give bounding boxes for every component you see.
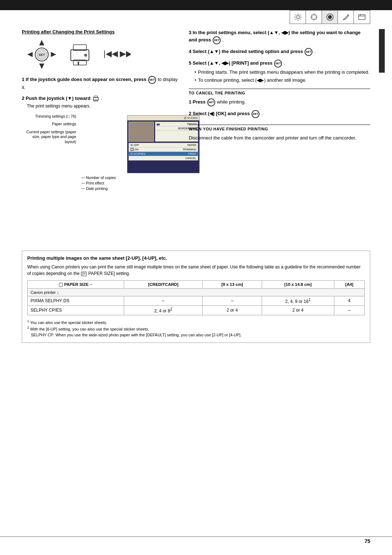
step-2: 2 Push the joystick (▼) toward . The pri… [22, 95, 178, 110]
cancel-box-title: To Cancel the Printing [189, 89, 370, 96]
ann-labels-left: Trimming settings (□ 76) Paper settings … [22, 113, 80, 192]
paper-icon-small [59, 283, 63, 287]
svg-marker-22 [27, 52, 33, 57]
cancel-step-1: 1 Press SET while printing. [189, 98, 370, 106]
when-title-text: When You Have Finished Printing [189, 127, 268, 131]
paper-size-icon [82, 271, 87, 276]
screen-wrapper: 🖨 8×13cm 📷PHOTO BORDERLESS [80, 113, 200, 192]
table-header-5: [A4] [334, 281, 364, 289]
section-heading: Printing after Changing the Print Settin… [22, 29, 178, 35]
row2-sup2: 2 [170, 307, 172, 311]
svg-marker-21 [39, 64, 44, 69]
footnote-1: 1 You can also use the special sticker s… [27, 319, 365, 325]
table-subheader: Canon printer ↓ [28, 288, 365, 296]
bottom-intro-text2: PAPER SIZE] setting. [87, 271, 130, 276]
printer-inline-icon [93, 95, 99, 102]
ann-trimming: Trimming settings (□ 76) [22, 114, 80, 119]
row1-a4: 4 [334, 296, 364, 305]
icon-bar-item-2[interactable] [306, 11, 322, 24]
svg-text:▶▶|: ▶▶| [120, 49, 131, 58]
step-3-end: . [222, 37, 224, 42]
top-bar [0, 0, 392, 10]
cancel-box: To Cancel the Printing 1 Press SET while… [189, 89, 370, 118]
menu-thumbnail [128, 122, 154, 142]
svg-text:⬆: ⬆ [76, 61, 81, 66]
cancel-step-2: 2 Select (◀) [OK] and press SET . [189, 110, 370, 118]
table-row-2: SELPHY CP/ES 2, 4 or 82 2 or 4 2 or 4 – [28, 305, 365, 315]
row1-sup1: 1 [309, 298, 311, 302]
set-button-4: SET [305, 48, 313, 56]
menu-bottom-rows: ⊘ OFFPAPER 🔲 ONTRIMMING ⊡ 1COPIESPRINT C… [128, 143, 198, 161]
page-container: Printing after Changing the Print Settin… [0, 0, 392, 555]
step-3-number: 3 [189, 30, 193, 35]
icon-bar-item-5[interactable] [354, 11, 370, 24]
set-button-3: SET [213, 36, 221, 44]
bottom-intro: When using Canon printers you can print … [27, 264, 365, 277]
step-2-suffix: . [101, 96, 102, 101]
table-header-1: PAPER SIZE→ [28, 281, 124, 289]
step-1: 1 If the joystick guide does not appear … [22, 76, 178, 91]
svg-text:SET: SET [38, 53, 45, 57]
ann-row-dateprinting: — Date printing [81, 186, 200, 191]
step-5-number: 5 [189, 60, 193, 66]
row1-name: PIXMA SELPHY DS [28, 296, 124, 305]
svg-rect-42 [59, 283, 62, 287]
data-table: PAPER SIZE→ [CREDITCARD] [9 x 13 cm] [10… [27, 280, 365, 315]
ann-dateprinting-label: Date printing [86, 186, 108, 191]
bullet-2: • To continue printing, select (◀▶) anot… [195, 77, 370, 84]
menu-row-copies: ⊡ 1COPIESPRINT [129, 152, 198, 156]
table-header-3: [9 x 13 cm] [203, 281, 262, 289]
icon-bar-item-3[interactable] [322, 11, 338, 24]
step-2-sub: The print settings menu appears. [27, 103, 90, 109]
bottom-title: Printing multiple images on the same she… [27, 255, 365, 261]
svg-line-5 [295, 15, 296, 16]
menu-annotation-layout: Trimming settings (□ 76) Paper settings … [22, 113, 178, 192]
ann-numcopies-label: Number of copies [86, 175, 116, 180]
main-content: Printing after Changing the Print Settin… [22, 29, 370, 526]
ann-paper: Paper settings [22, 122, 80, 127]
left-column: Printing after Changing the Print Settin… [22, 29, 178, 192]
row2-a4: – [334, 305, 364, 315]
svg-marker-23 [51, 52, 56, 57]
diagram-area: SET ⬆ |◀◀ ● [25, 38, 178, 71]
cancel-title-text: To Cancel the Printing [189, 91, 245, 95]
step-5-bullets: • Printing starts. The print settings me… [195, 69, 370, 84]
icon-bar-item-4[interactable] [338, 11, 354, 24]
svg-rect-38 [83, 272, 86, 276]
table-header-4: [10 x 14.8 cm] [262, 281, 334, 289]
table-header-2: [CREDITCARD] [124, 281, 203, 289]
svg-line-6 [299, 19, 301, 20]
bottom-annotations: — Number of copies — Print effect — Date… [81, 175, 200, 191]
step-4-text: Select (▲▼) the desired setting option a… [193, 49, 304, 54]
svg-point-0 [297, 16, 299, 19]
when-box-text: Disconnect the cable from the camcorder … [189, 134, 370, 142]
row1-10x148: 2, 4, 9 or 161 [262, 296, 334, 305]
menu-row-off: ⊘ OFFPAPER [129, 143, 198, 147]
menu-row-cancel: CANCEL [129, 156, 198, 160]
black-sidebar-decoration [379, 29, 385, 73]
right-column: 3 In the print settings menu, select (▲▼… [189, 29, 370, 141]
icon-bar-item-1[interactable] [290, 11, 306, 24]
printer-diagram: ⬆ [69, 42, 91, 67]
bottom-divider [0, 536, 392, 537]
step-1-text-bold: If the joystick guide does not appear on… [26, 77, 146, 82]
row2-10x148: 2 or 4 [262, 305, 334, 315]
bottom-section: Printing multiple images on the same she… [22, 251, 370, 343]
step-4-number: 4 [189, 49, 193, 54]
menu-row-on: 🔲 ONTRIMMING [129, 147, 198, 152]
step-4-end: . [314, 49, 316, 54]
bullet-2-text: To continue printing, select (◀▶) anothe… [198, 77, 307, 84]
step-5-text: Select (▲▼, ◀▶) [PRINT] and press [193, 60, 274, 66]
step-5-end: . [284, 60, 285, 66]
ann-current: Current paper settings (paper size, pape… [22, 130, 80, 145]
step-2-text: Push the joystick (▼) toward [26, 96, 90, 101]
svg-point-30 [84, 54, 87, 57]
step-2-number: 2 [22, 96, 26, 101]
cancel-step-1-end: while printing. [217, 99, 246, 105]
icon-bar [290, 10, 370, 24]
row2-name: SELPHY CP/ES [28, 305, 124, 315]
set-button-1: SET [148, 76, 156, 84]
when-finished-box: When You Have Finished Printing Disconne… [189, 125, 370, 142]
step-4: 4 Select (▲▼) the desired setting option… [189, 48, 370, 56]
row2-creditcard: 2, 4 or 82 [124, 305, 203, 315]
